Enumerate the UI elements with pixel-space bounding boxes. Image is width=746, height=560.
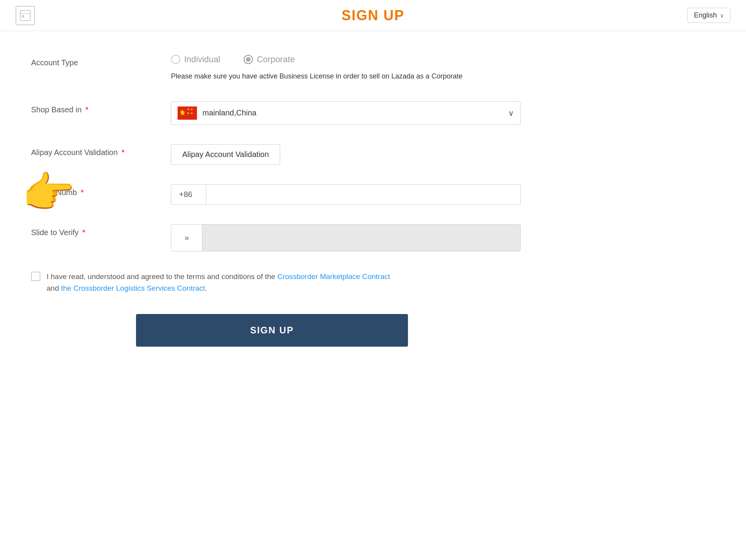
account-type-control: Individual Corporate Please make sure yo… xyxy=(171,54,513,82)
corporate-note: Please make sure you have active Busines… xyxy=(171,71,513,82)
account-type-label: Account Type xyxy=(31,54,171,67)
header: SIGN UP English ∨ xyxy=(0,0,746,31)
terms-checkbox[interactable] xyxy=(31,272,40,281)
corporate-label: Corporate xyxy=(257,54,295,65)
dropdown-left: ★ ★ ★ ★ ★ mainland,China xyxy=(178,106,256,120)
mobile-input-group: +86 xyxy=(171,184,521,205)
mobile-label: Mobile Numb * xyxy=(31,184,171,197)
slide-verify-row: Slide to Verify * » xyxy=(31,224,513,251)
shop-based-value: mainland,China xyxy=(202,108,256,117)
shop-based-row: Shop Based in * ★ ★ ★ ★ ★ xyxy=(31,101,513,125)
alipay-row: Alipay Account Validation * 👈 Alipay Acc… xyxy=(31,144,513,165)
shop-based-control: ★ ★ ★ ★ ★ mainland,China xyxy=(171,101,521,125)
marketplace-contract-link[interactable]: Crossborder Marketplace Contract xyxy=(277,272,390,281)
corporate-radio[interactable] xyxy=(244,55,253,64)
alipay-button[interactable]: Alipay Account Validation xyxy=(171,144,280,165)
account-type-options: Individual Corporate xyxy=(171,54,513,65)
china-flag-icon: ★ ★ ★ ★ ★ xyxy=(178,106,197,120)
shop-based-label: Shop Based in * xyxy=(31,101,171,114)
account-type-row: Account Type Individual Corporate Please… xyxy=(31,54,513,82)
individual-label: Individual xyxy=(184,54,220,65)
corporate-option[interactable]: Corporate xyxy=(244,54,295,65)
individual-option[interactable]: Individual xyxy=(171,54,220,65)
required-indicator: * xyxy=(83,105,88,114)
alipay-label: Alipay Account Validation * 👈 xyxy=(31,144,171,157)
slide-verify-widget[interactable]: » xyxy=(171,224,521,251)
country-code: +86 xyxy=(171,185,206,204)
mobile-input[interactable] xyxy=(206,185,520,204)
shop-based-dropdown[interactable]: ★ ★ ★ ★ ★ mainland,China xyxy=(171,101,521,125)
terms-text-2: and xyxy=(47,284,59,292)
mobile-control: +86 xyxy=(171,184,521,205)
terms-text-1: I have read, understood and agreed to th… xyxy=(47,272,275,281)
mobile-number-row: Mobile Numb * +86 xyxy=(31,184,513,205)
slide-verify-label: Slide to Verify * xyxy=(31,224,171,237)
svg-rect-2 xyxy=(22,15,24,17)
alipay-control: Alipay Account Validation xyxy=(171,144,513,165)
signup-button[interactable]: SIGN UP xyxy=(136,314,408,347)
terms-period: . xyxy=(205,284,207,292)
terms-text: I have read, understood and agreed to th… xyxy=(47,271,390,295)
dropdown-chevron-icon: ∨ xyxy=(508,108,514,118)
slide-handle[interactable]: » xyxy=(171,225,202,251)
chevron-down-icon: ∨ xyxy=(720,12,724,19)
individual-radio[interactable] xyxy=(171,55,180,64)
slide-track xyxy=(202,225,520,251)
svg-rect-0 xyxy=(20,10,30,21)
language-selector[interactable]: English ∨ xyxy=(687,8,730,23)
main-content: Account Type Individual Corporate Please… xyxy=(0,31,544,370)
signup-button-row: SIGN UP xyxy=(31,314,513,347)
slide-verify-control: » xyxy=(171,224,521,251)
logo xyxy=(16,6,35,25)
logistics-contract-link[interactable]: the Crossborder Logistics Services Contr… xyxy=(61,284,205,292)
page-title: SIGN UP xyxy=(342,7,404,24)
terms-row: I have read, understood and agreed to th… xyxy=(31,271,420,295)
language-label: English xyxy=(694,11,717,19)
